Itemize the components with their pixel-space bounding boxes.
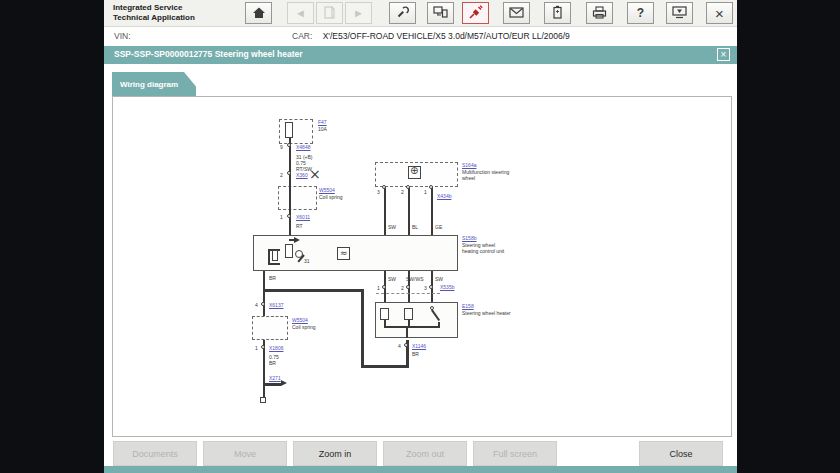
full-screen-button: Full screen — [473, 441, 557, 466]
connector-link[interactable]: X4848 — [296, 144, 310, 150]
diagram-ld: Coil spring — [319, 194, 343, 200]
help-icon: ? — [637, 8, 644, 19]
vehicle-connection-button[interactable] — [462, 2, 489, 24]
app-title: Integrated Service Technical Application — [113, 3, 195, 23]
resistor-symbol — [285, 244, 293, 258]
close-button[interactable]: Close — [639, 441, 723, 466]
car-info: CAR: X'/E53/OFF-ROAD VEHICLE/X5 3.0d/M57… — [292, 31, 570, 41]
close-app-button[interactable]: × — [706, 2, 733, 24]
document-button — [316, 2, 343, 24]
document-title-bar: SSP-SSP-SP0000012775 Steering wheel heat… — [104, 46, 737, 64]
car-value: X'/E53/OFF-ROAD VEHICLE/X5 3.0d/M57/AUTO… — [323, 31, 570, 41]
diagram-ld: wheel — [462, 175, 475, 181]
wiring-diagram-canvas[interactable]: ×31≈⊕F4710A9X484831 (+B)0.75RT/SW2X360W5… — [112, 96, 732, 437]
diagram-circ — [261, 302, 265, 306]
component-link[interactable]: S164a — [462, 162, 476, 168]
diagram-h — [384, 326, 440, 328]
connector-link[interactable]: X6011 — [296, 214, 310, 220]
battery-icon — [553, 5, 562, 21]
diagram-pin: 2 — [401, 285, 404, 291]
vin-label: VIN: — [114, 31, 131, 41]
toolbar: Integrated Service Technical Application… — [104, 0, 737, 27]
diagram-pin: 3 — [377, 189, 380, 195]
diagram-ld: RT — [296, 223, 303, 229]
document-title: SSP-SSP-SP0000012775 Steering wheel heat… — [114, 49, 303, 59]
fuse-link[interactable]: F47 — [318, 119, 327, 125]
heating-element-symbol — [380, 308, 389, 320]
diagram-h — [268, 263, 280, 265]
connector-link[interactable]: X434b — [437, 193, 451, 199]
diagram-h — [289, 239, 296, 241]
wrench-icon — [396, 5, 410, 21]
connector-link[interactable]: X1806 — [269, 345, 283, 351]
ground-arrow — [281, 380, 287, 386]
diagram-circ — [287, 214, 291, 218]
diagram-ld: 10A — [318, 126, 327, 132]
steering-wheel-icon: ⊕ — [410, 166, 418, 176]
diagram-ld: SW — [435, 276, 443, 282]
back-icon: ◄ — [295, 8, 306, 19]
home-button[interactable] — [245, 2, 272, 24]
measuring-devices-button[interactable] — [544, 2, 571, 24]
full-screen-toggle-button[interactable] — [666, 2, 693, 24]
tab-wiring-diagram[interactable]: Wiring diagram — [112, 72, 196, 96]
diagram-pin: 4 — [398, 343, 401, 349]
diagram-circ — [404, 343, 408, 347]
diagram-pin: 2 — [401, 189, 404, 195]
diagram-circ — [429, 285, 433, 289]
document-close-button[interactable]: × — [717, 48, 730, 61]
screen-down-icon — [672, 6, 687, 21]
diagram-v — [384, 187, 386, 235]
component-link[interactable]: E158 — [462, 303, 474, 309]
diagram-h — [264, 383, 281, 386]
zoom-in-button[interactable]: Zoom in — [293, 441, 377, 466]
coil-spring-box-2 — [252, 316, 288, 340]
tab-label: Wiring diagram — [120, 80, 178, 89]
help-button[interactable]: ? — [627, 2, 654, 24]
ground-link[interactable]: X271 — [269, 375, 281, 381]
diagram-pin: 2 — [280, 172, 283, 178]
control-unit-box — [253, 235, 458, 271]
print-button[interactable] — [586, 2, 613, 24]
tab-row: Wiring diagram — [104, 64, 737, 96]
diagram-ld: SW — [388, 224, 396, 230]
diagram-v — [263, 271, 265, 316]
connector-link[interactable]: X1146 — [412, 343, 426, 349]
printer-icon — [592, 6, 607, 21]
component-link[interactable]: S158b — [462, 235, 476, 241]
component-link[interactable]: W5504 — [319, 187, 335, 193]
ista-window: Integrated Service Technical Application… — [104, 0, 737, 473]
diagram-ld: SW/WS — [406, 276, 424, 282]
connector-link[interactable]: X360 — [296, 172, 308, 178]
component-link[interactable]: W5504 — [292, 317, 308, 323]
diagram-rect — [272, 250, 278, 261]
connector-link[interactable]: X535b — [440, 284, 454, 290]
diagram-circ — [287, 143, 291, 147]
diagram-ld: heating control unit — [462, 248, 504, 254]
document-icon — [324, 6, 335, 21]
diagram-circ — [382, 185, 386, 189]
messages-button[interactable] — [503, 2, 530, 24]
footer-button-bar: Documents Move Zoom in Zoom out Full scr… — [104, 441, 737, 466]
diagram-pin: 1 — [255, 345, 258, 351]
workshop-button[interactable] — [389, 2, 416, 24]
documents-button: Documents — [113, 441, 197, 466]
forward-icon: ► — [353, 8, 364, 19]
connection-manager-button[interactable] — [427, 2, 454, 24]
diagram-circ — [429, 185, 433, 189]
diagram-pin: 3 — [424, 285, 427, 291]
diagram-v — [408, 187, 410, 235]
diagram-pin: 9 — [280, 144, 283, 150]
diagram-circ — [406, 185, 410, 189]
diagram-v — [431, 187, 433, 235]
plug-icon — [468, 5, 483, 22]
app-title-line2: Technical Application — [113, 13, 195, 23]
connector-link[interactable]: X6137 — [269, 302, 283, 308]
diagram-ld: BR — [269, 360, 276, 366]
diagram-v — [406, 328, 408, 338]
fuse-symbol — [285, 122, 293, 138]
diagram-v — [384, 320, 386, 326]
terminal-symbol — [260, 397, 266, 403]
diagram-v — [408, 320, 410, 326]
diagram-ld: SW — [388, 276, 396, 282]
